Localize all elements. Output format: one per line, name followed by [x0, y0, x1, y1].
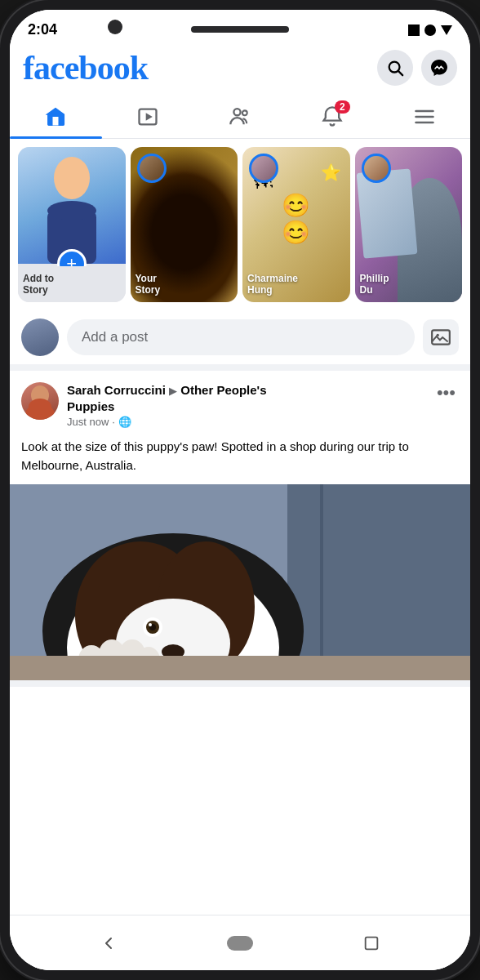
post-arrow-icon: ▶ [169, 385, 177, 397]
status-time: 2:04 [28, 21, 57, 38]
post-avatar-image [21, 382, 59, 420]
svg-rect-19 [320, 484, 323, 680]
watch-icon [136, 105, 159, 128]
app-header: facebook [10, 43, 470, 96]
facebook-logo: facebook [23, 48, 148, 87]
svg-line-1 [398, 71, 402, 75]
speaker [191, 26, 289, 33]
post-more-button[interactable]: ••• [433, 382, 459, 403]
back-button[interactable] [91, 925, 127, 961]
messenger-icon [429, 58, 449, 78]
add-post-button[interactable]: Add a post [67, 319, 415, 355]
dog-image-svg [10, 484, 470, 680]
post-item: Sarah Corruccini ▶ Other People'sPuppies… [10, 371, 470, 687]
signal-icon [441, 25, 452, 35]
svg-rect-36 [366, 937, 378, 949]
charmaine-avatar [249, 154, 278, 183]
svg-rect-18 [287, 484, 470, 680]
menu-icon [413, 105, 436, 128]
post-time: Just now [67, 416, 109, 428]
tab-watch[interactable] [102, 96, 194, 138]
screen-content: 2:04 facebook [10, 10, 470, 970]
svg-point-9 [54, 157, 90, 199]
post-header: Sarah Corruccini ▶ Other People'sPuppies… [10, 371, 470, 434]
status-icons [408, 24, 452, 36]
phone-screen: 2:04 facebook [10, 10, 470, 970]
privacy-icon: 🌐 [118, 416, 131, 428]
phone-frame: 2:04 facebook [0, 0, 480, 980]
android-home-button[interactable] [222, 925, 258, 961]
separator-dot: · [112, 416, 115, 428]
bottom-nav [10, 915, 470, 970]
camera [108, 20, 122, 34]
photo-upload-button[interactable] [423, 319, 459, 355]
post-meta: Sarah Corruccini ▶ Other People'sPuppies… [67, 382, 266, 428]
post-author-line: Sarah Corruccini ▶ Other People'sPuppies [67, 382, 266, 414]
composer-avatar-image [21, 318, 59, 356]
svg-point-5 [242, 110, 247, 115]
tab-home[interactable] [10, 96, 102, 138]
phillip-story[interactable]: Phillip Du [355, 147, 463, 302]
your-story-label: Your Story [131, 266, 238, 302]
svg-point-4 [233, 109, 240, 115]
network-icon [424, 24, 436, 36]
your-story-avatar [137, 154, 167, 183]
notification-badge: 2 [335, 100, 350, 114]
battery-icon [408, 24, 420, 36]
post-avatar [21, 382, 59, 420]
phillip-avatar [362, 154, 391, 183]
home-pill [227, 936, 253, 951]
charmaine-story-label: Charmaine Hung [242, 266, 350, 302]
story-add-background: + [18, 147, 126, 264]
search-icon [386, 59, 404, 77]
svg-rect-35 [10, 656, 470, 680]
post-composer: Add a post [10, 310, 470, 371]
composer-avatar [21, 318, 59, 356]
groups-icon [229, 105, 251, 128]
recents-button[interactable] [353, 925, 389, 961]
story-add[interactable]: + Add to Story [18, 147, 126, 302]
charmaine-story[interactable]: 😊😊 🗺 ⭐ Charmaine Hung [242, 147, 350, 302]
recents-icon [362, 934, 380, 952]
person-silhouette [39, 149, 104, 264]
messenger-button[interactable] [421, 50, 457, 86]
story-add-label: Add to Story [18, 266, 126, 302]
tab-groups[interactable] [194, 96, 287, 138]
tab-notifications[interactable]: 2 [286, 96, 378, 138]
post-author-name: Sarah Corruccini [67, 383, 166, 397]
search-button[interactable] [377, 50, 413, 86]
phillip-story-label: Phillip Du [355, 266, 463, 302]
post-author-info: Sarah Corruccini ▶ Other People'sPuppies… [21, 382, 266, 428]
back-icon [99, 933, 118, 953]
post-text: Look at the size of this puppy's paw! Sp… [10, 434, 470, 484]
photo-icon [430, 327, 451, 348]
your-story[interactable]: Your Story [131, 147, 238, 302]
svg-point-11 [47, 201, 96, 220]
post-timestamp: Just now · 🌐 [67, 416, 266, 428]
post-image [10, 484, 470, 680]
svg-point-16 [29, 399, 51, 415]
stories-row: + Add to Story Your Story [10, 139, 470, 310]
svg-marker-3 [146, 113, 153, 120]
home-icon [44, 105, 67, 128]
header-action-icons [377, 50, 457, 86]
story-person-image [18, 147, 126, 264]
nav-tabs: 2 [10, 96, 470, 139]
tab-menu[interactable] [378, 96, 470, 138]
svg-point-28 [149, 623, 152, 626]
